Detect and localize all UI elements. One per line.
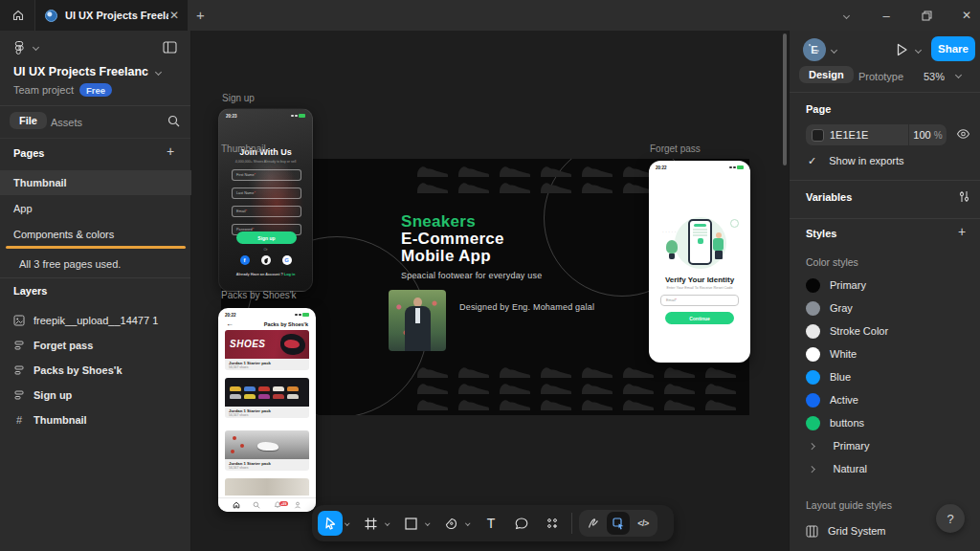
move-tool[interactable] xyxy=(318,511,343,536)
tab-file[interactable]: File xyxy=(10,112,47,129)
avatar[interactable]: E xyxy=(803,38,826,61)
styles-header: Styles xyxy=(806,228,836,239)
toolbar: T xyxy=(312,505,674,541)
style-row-white[interactable]: White xyxy=(790,343,980,364)
present-button[interactable] xyxy=(895,42,909,57)
layer-row-packs[interactable]: Packs by Shoes'k xyxy=(0,358,191,383)
file-tab-icon xyxy=(45,10,57,22)
layer-row-signup[interactable]: Sign up xyxy=(0,383,191,408)
pages-header: Pages xyxy=(13,147,44,159)
open-variables-button[interactable] xyxy=(958,190,970,203)
frame-label-thumbnail[interactable]: Thumbnail xyxy=(221,143,266,154)
search-icon xyxy=(167,115,180,127)
zoom-level[interactable]: 53% xyxy=(924,71,945,82)
comment-tool[interactable] xyxy=(509,511,534,536)
color-style-swatch xyxy=(806,324,820,339)
tab-assets[interactable]: Assets xyxy=(51,117,82,128)
plant-pot xyxy=(669,253,675,259)
window-menu-button[interactable] xyxy=(827,0,865,31)
dev-mode-toggle[interactable]: </> xyxy=(632,512,655,535)
canvas-scrollbar[interactable] xyxy=(783,33,787,165)
new-tab-button[interactable]: + xyxy=(196,7,205,23)
style-row-gray[interactable]: Gray xyxy=(790,298,980,319)
window-close-button[interactable]: ✕ xyxy=(947,0,980,31)
status-icons xyxy=(295,313,309,317)
sidebar-item-page-app[interactable]: App xyxy=(0,196,191,221)
frame-label-signup[interactable]: Sign up xyxy=(222,93,255,103)
color-swatch[interactable] xyxy=(812,129,824,142)
pen-tool-menu[interactable] xyxy=(463,511,473,536)
page-color-input[interactable]: 1E1E1E xyxy=(806,124,908,145)
sidebar-item-page-components[interactable]: Components & colors xyxy=(0,222,191,247)
frame-layer-icon xyxy=(13,389,25,401)
image-layer-icon xyxy=(13,315,25,326)
search-button[interactable] xyxy=(167,115,180,127)
close-tab-icon[interactable]: ✕ xyxy=(169,10,179,21)
style-row-active[interactable]: Active xyxy=(790,389,980,410)
field-label: Last Name xyxy=(236,191,254,195)
color-style-swatch xyxy=(806,301,820,316)
show-in-exports-checkbox[interactable]: ✓ Show in exports xyxy=(808,155,904,167)
color-style-swatch xyxy=(806,393,820,408)
style-row-buttons[interactable]: buttons xyxy=(790,412,980,433)
move-tool-menu[interactable] xyxy=(343,511,352,536)
layer-row-image[interactable]: freepik__upload__14477 1 xyxy=(0,308,191,333)
collapse-panel-button[interactable] xyxy=(163,41,177,54)
sidebar-item-page-thumbnail[interactable]: Thumbnail xyxy=(0,170,191,195)
pen-icon xyxy=(445,518,457,530)
project-title-row[interactable]: UI UX Projects Freelanc xyxy=(13,65,161,78)
add-style-button[interactable]: + xyxy=(958,224,966,239)
layer-row-forget-pass[interactable]: Forget pass xyxy=(0,333,191,358)
page-opacity-input[interactable]: 100 % xyxy=(909,124,947,145)
forget-pass-phone-mockup[interactable]: 20:22 ····· Verify Your Identity Enter Y… xyxy=(649,161,750,363)
style-group-primary[interactable]: Primary xyxy=(790,435,980,456)
color-style-name: Primary xyxy=(830,279,866,291)
frame-label-forget[interactable]: Forget pass xyxy=(650,143,701,154)
pen-tool[interactable] xyxy=(438,511,463,536)
present-menu-chevron-icon[interactable] xyxy=(915,47,922,54)
layer-row-thumbnail[interactable]: # Thumbnail xyxy=(0,408,191,432)
share-button[interactable]: Share xyxy=(931,36,975,61)
color-style-name: buttons xyxy=(830,417,864,429)
inspect-mode-toggle[interactable] xyxy=(607,512,630,535)
add-page-button[interactable]: + xyxy=(167,143,174,159)
file-tab-title: UI UX Projects Freelanc xyxy=(65,10,168,21)
pack-card-image xyxy=(225,378,309,407)
actions-tool[interactable] xyxy=(540,511,565,536)
account-menu-chevron-icon[interactable] xyxy=(831,47,837,54)
apple-icon xyxy=(261,255,271,265)
opacity-value: 100 xyxy=(913,129,930,141)
signup-phone-mockup[interactable]: 20:23 Join With Us 4,000,000+ Shoes Alre… xyxy=(218,108,313,292)
home-button[interactable] xyxy=(6,5,31,26)
main-menu-button[interactable] xyxy=(13,40,38,55)
help-button[interactable]: ? xyxy=(936,504,965,533)
packs-phone-mockup[interactable]: 20:22 ← Packs by Shoes'k SHOES Jordan 1 … xyxy=(218,308,316,512)
headline-mobile-app: Mobile App xyxy=(401,248,542,265)
draw-tool[interactable] xyxy=(582,512,605,535)
frame-tool-menu[interactable] xyxy=(383,511,392,536)
plan-badge: Free xyxy=(79,83,112,97)
tab-design[interactable]: Design xyxy=(799,66,854,83)
text-tool[interactable]: T xyxy=(479,511,503,536)
style-group-natural[interactable]: Natural xyxy=(790,458,980,479)
pack-card-subtitle: 56,567 shoes xyxy=(229,466,305,470)
pages-quota-bar xyxy=(6,246,186,249)
page-visibility-button[interactable] xyxy=(956,128,970,140)
frame-label-packs[interactable]: Packs by Shoes'k xyxy=(221,290,297,300)
zoom-menu-chevron-icon[interactable] xyxy=(955,72,962,78)
window-minimize-button[interactable]: – xyxy=(867,0,905,31)
window-restore-button[interactable] xyxy=(907,0,946,31)
style-row-stroke-color[interactable]: Stroke Color xyxy=(790,320,980,342)
shape-tool-menu[interactable] xyxy=(423,511,433,536)
file-tab[interactable]: UI UX Projects Freelanc ✕ xyxy=(34,0,188,31)
style-row-blue[interactable]: Blue xyxy=(790,366,980,387)
style-row-primary[interactable]: Primary xyxy=(790,275,980,296)
tab-strip: UI UX Projects Freelanc ✕ xyxy=(0,0,188,31)
white-sneaker-graphic xyxy=(257,442,278,451)
frame-tool[interactable] xyxy=(358,511,383,536)
color-style-name: Active xyxy=(830,394,858,406)
google-icon: G xyxy=(282,255,292,265)
tab-prototype[interactable]: Prototype xyxy=(858,71,903,82)
shape-tool[interactable] xyxy=(398,511,423,536)
canvas[interactable]: Sign up Thumbnail Forget pass Packs by S… xyxy=(191,31,789,551)
